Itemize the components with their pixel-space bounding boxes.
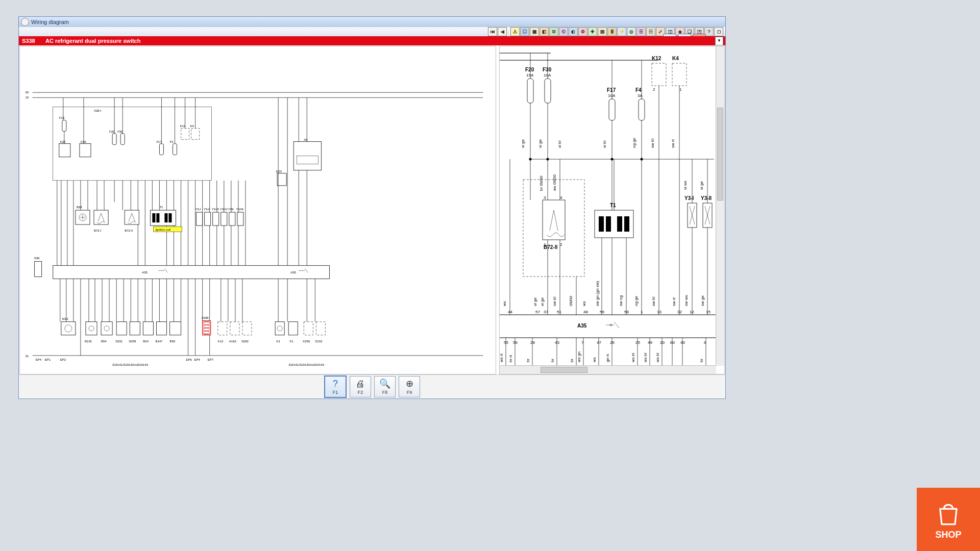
f8-zoom-button[interactable]: 🔍F8 bbox=[374, 376, 396, 397]
ignition-coil: T1 Ignition coil bbox=[150, 206, 182, 232]
tool-warning-icon[interactable]: ⚠ bbox=[510, 27, 520, 36]
svg-text:25: 25 bbox=[635, 340, 640, 345]
svg-rect-91 bbox=[277, 173, 286, 186]
tool-6-icon[interactable]: ⏲ bbox=[559, 27, 568, 36]
svg-text:3: 3 bbox=[544, 195, 546, 200]
tool-9-icon[interactable]: ✚ bbox=[588, 27, 597, 36]
tool-2-icon[interactable]: ☐ bbox=[520, 27, 529, 36]
svg-text:51: 51 bbox=[557, 310, 561, 314]
svg-text:26: 26 bbox=[610, 340, 615, 345]
svg-text:310141/310142/cd310143: 310141/310142/cd310143 bbox=[288, 363, 324, 366]
svg-text:ws bl: ws bl bbox=[655, 353, 660, 363]
svg-text:br: br bbox=[550, 359, 555, 362]
diagram-detail[interactable]: F2015A F3010A F1710A F43A K12 2 K4 1 bbox=[499, 46, 725, 374]
svg-point-211 bbox=[611, 158, 614, 161]
diagram-overview[interactable]: 30 15 X28-I F19 F20 F30 F17 F4 K20 K46 K… bbox=[19, 46, 496, 374]
svg-text:T1: T1 bbox=[159, 206, 163, 209]
svg-text:58: 58 bbox=[624, 310, 629, 314]
svg-text:ws: ws bbox=[582, 301, 586, 307]
tool-7-icon[interactable]: ◐ bbox=[569, 27, 578, 36]
svg-text:vi bl: vi bl bbox=[602, 141, 607, 148]
svg-text:F19: F19 bbox=[59, 116, 65, 119]
component-dropdown-icon[interactable]: ▼ bbox=[715, 37, 723, 45]
svg-text:S292: S292 bbox=[241, 340, 249, 343]
svg-text:T1: T1 bbox=[610, 203, 616, 208]
tool-14-icon[interactable]: ☰ bbox=[636, 27, 646, 36]
svg-text:sw ws: sw ws bbox=[684, 295, 689, 306]
titlebar[interactable]: Wiring diagram bbox=[19, 17, 725, 27]
svg-text:vi ws: vi ws bbox=[683, 181, 688, 190]
tool-12-icon[interactable]: ⚡ bbox=[617, 27, 626, 36]
svg-rect-201 bbox=[652, 63, 666, 86]
tool-13-icon[interactable]: ◎ bbox=[627, 27, 636, 36]
svg-text:K4: K4 bbox=[190, 124, 194, 128]
svg-rect-221 bbox=[543, 200, 565, 240]
svg-text:12: 12 bbox=[690, 310, 694, 314]
svg-text:M12: M12 bbox=[62, 317, 68, 320]
svg-text:ws rt: ws rt bbox=[500, 353, 504, 363]
svg-rect-187 bbox=[545, 79, 551, 103]
svg-text:sw og: sw og bbox=[619, 295, 623, 306]
tool-10-icon[interactable]: ▤ bbox=[598, 27, 607, 36]
svg-rect-237 bbox=[624, 216, 629, 232]
svg-text:A35: A35 bbox=[290, 271, 296, 274]
tool-15-icon[interactable]: ☷ bbox=[646, 27, 655, 36]
svg-text:09/00: 09/00 bbox=[569, 295, 573, 306]
tool-11-icon[interactable]: 🛢 bbox=[607, 27, 617, 36]
svg-text:EP6: EP6 bbox=[186, 358, 192, 361]
svg-rect-81 bbox=[237, 212, 243, 226]
svg-rect-234 bbox=[599, 216, 604, 232]
toolbar: ⏮ ◀ ⚠ ☐ ▦ ◧ ⛭ ⏲ ◐ ⚙ ✚ ▤ 🛢 ⚡ ◎ ☰ ☷ ⤢ ◫ ◈ … bbox=[19, 27, 725, 36]
svg-rect-80 bbox=[229, 212, 235, 226]
nav-prev-icon[interactable]: ◀ bbox=[498, 27, 507, 36]
svg-rect-12 bbox=[159, 144, 163, 155]
svg-text:1: 1 bbox=[641, 310, 643, 314]
svg-text:43: 43 bbox=[555, 340, 559, 345]
svg-text:B132: B132 bbox=[85, 340, 92, 343]
tool-22-icon[interactable]: ◻ bbox=[714, 27, 723, 36]
window-title: Wiring diagram bbox=[31, 19, 69, 25]
shop-button[interactable]: SHOP bbox=[917, 488, 980, 551]
svg-rect-71 bbox=[156, 213, 159, 222]
tool-4-icon[interactable]: ◧ bbox=[540, 27, 549, 36]
viewer: 30 15 X28-I F19 F20 F30 F17 F4 K20 K46 K… bbox=[19, 46, 725, 374]
svg-text:10A: 10A bbox=[608, 93, 616, 98]
svg-text:56: 56 bbox=[513, 340, 518, 345]
component-bar[interactable]: S338 AC refrigerant dual pressure switch… bbox=[19, 36, 725, 45]
tool-5-icon[interactable]: ⛭ bbox=[549, 27, 558, 36]
svg-text:K4: K4 bbox=[672, 56, 679, 61]
svg-text:A162: A162 bbox=[229, 340, 237, 343]
svg-text:sw bl: sw bl bbox=[552, 297, 557, 306]
scrollbar-h[interactable] bbox=[500, 365, 716, 374]
svg-rect-141 bbox=[116, 322, 127, 335]
svg-rect-149 bbox=[169, 322, 181, 335]
app-window: Wiring diagram ⏮ ◀ ⚠ ☐ ▦ ◧ ⛭ ⏲ ◐ ⚙ ✚ ▤ 🛢… bbox=[18, 16, 726, 399]
tool-8-icon[interactable]: ⚙ bbox=[578, 27, 587, 36]
f9-locate-button[interactable]: ⊕F9 bbox=[399, 376, 420, 397]
svg-text:A5: A5 bbox=[304, 138, 308, 141]
svg-text:ge rt: ge rt bbox=[605, 354, 610, 362]
svg-text:20: 20 bbox=[660, 340, 665, 345]
svg-text:ws: ws bbox=[502, 301, 507, 307]
svg-text:og ge: og ge bbox=[632, 137, 636, 148]
component-name: AC refrigerant dual pressure switch bbox=[45, 38, 140, 44]
svg-text:10A: 10A bbox=[544, 73, 551, 78]
nav-buttons: ⏮ ◀ bbox=[488, 27, 507, 36]
scrollbar-v[interactable] bbox=[716, 46, 724, 366]
svg-text:ws 09/00: ws 09/00 bbox=[552, 174, 557, 191]
svg-text:br 09/00: br 09/00 bbox=[539, 176, 544, 191]
svg-point-212 bbox=[641, 158, 643, 161]
svg-rect-73 bbox=[168, 213, 172, 222]
nav-first-icon[interactable]: ⏮ bbox=[488, 27, 497, 36]
tool-3-icon[interactable]: ▦ bbox=[530, 27, 539, 36]
svg-text:ws: ws bbox=[592, 357, 597, 363]
svg-rect-14 bbox=[173, 144, 177, 155]
svg-rect-60 bbox=[35, 261, 42, 277]
f2-print-button[interactable]: 🖨F2 bbox=[350, 376, 371, 397]
svg-text:S39: S39 bbox=[34, 257, 40, 260]
svg-rect-236 bbox=[617, 216, 622, 232]
svg-rect-159 bbox=[275, 322, 284, 335]
svg-text:B30: B30 bbox=[169, 340, 175, 343]
svg-text:B147: B147 bbox=[155, 340, 163, 343]
f1-help-button[interactable]: ?F1 bbox=[324, 375, 347, 398]
